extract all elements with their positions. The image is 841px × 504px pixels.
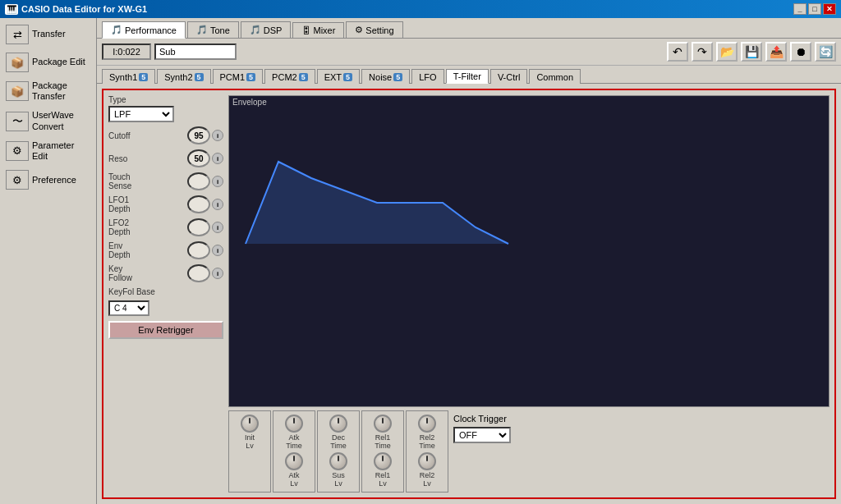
tab-synth1[interactable]: Synth1 5	[102, 69, 155, 84]
maximize-button[interactable]: □	[808, 3, 821, 15]
synth2-badge: 5	[195, 73, 204, 81]
rel2-lv-label: Rel2Lv	[420, 472, 435, 488]
package-transfer-icon: 📦	[6, 81, 29, 101]
env-depth-row: EnvDepth i	[108, 241, 223, 260]
rel2-time-knob[interactable]	[418, 415, 436, 433]
performance-tab-icon: 🎵	[111, 25, 122, 35]
reso-info-button[interactable]: i	[212, 153, 223, 164]
tab-noise[interactable]: Noise 5	[361, 69, 410, 84]
tab-performance[interactable]: 🎵 Performance	[102, 21, 186, 39]
sidebar-item-userwave-convert[interactable]: 〜 UserWave Convert	[2, 107, 94, 135]
tab-tfilter[interactable]: T-Filter	[446, 69, 489, 84]
keyfol-base-select[interactable]: C 4 C 3 C 5	[108, 300, 149, 316]
atk-lv-knob[interactable]	[285, 452, 303, 470]
cutoff-knob[interactable]: 95	[187, 126, 210, 144]
clock-trigger-label: Clock Trigger	[453, 414, 511, 424]
atk-time-knob[interactable]	[285, 415, 303, 433]
transfer-icon: ⇄	[6, 25, 29, 44]
lfo1-depth-row: LFO1Depth i	[108, 195, 223, 214]
title-bar: 🎹 CASIO Data Editor for XW-G1 _ □ ✕	[0, 0, 841, 18]
envelope-label: Envelope	[232, 98, 267, 107]
dsp-tab-icon: 🎵	[250, 25, 261, 35]
close-button[interactable]: ✕	[823, 3, 836, 15]
setting-tab-label: Setting	[365, 25, 393, 35]
reso-label: Reso	[108, 154, 127, 163]
tab-pcm2[interactable]: PCM2 5	[264, 69, 315, 84]
parameter-edit-icon: ⚙	[6, 141, 29, 161]
tab-setting[interactable]: ⚙ Setting	[346, 21, 402, 38]
sus-lv-knob[interactable]	[329, 452, 347, 470]
synth1-label: Synth1	[109, 72, 137, 82]
sidebar-item-transfer[interactable]: ⇄ Transfer	[2, 21, 94, 48]
lfo2-depth-label: LFO2Depth	[108, 218, 131, 236]
env-depth-knob[interactable]	[187, 241, 210, 259]
tab-vctrl[interactable]: V-Ctrl	[490, 69, 528, 84]
main-content: 🎵 Performance 🎵 Tone 🎵 DSP 🎛 Mixer ⚙ Set…	[97, 18, 841, 504]
tab-ext[interactable]: EXT 5	[317, 69, 360, 84]
synth2-label: Synth2	[164, 72, 192, 82]
env-depth-info-button[interactable]: i	[212, 245, 223, 256]
rel1-lv-knob[interactable]	[374, 452, 392, 470]
tab-synth2[interactable]: Synth2 5	[157, 69, 210, 84]
minimize-button[interactable]: _	[793, 3, 807, 15]
clock-trigger-select[interactable]: OFF ON	[453, 427, 511, 443]
refresh-button[interactable]: 🔄	[815, 42, 836, 62]
dec-time-knob[interactable]	[329, 415, 347, 433]
key-follow-info-button[interactable]: i	[212, 268, 223, 279]
rel1-group: Rel1Time Rel1Lv	[361, 410, 404, 493]
rel1-time-label: Rel1Time	[375, 434, 391, 451]
tab-tone[interactable]: 🎵 Tone	[187, 21, 239, 38]
lfo2-depth-row: LFO2Depth i	[108, 218, 223, 237]
noise-label: Noise	[369, 72, 392, 82]
lfo2-depth-info-button[interactable]: i	[212, 222, 223, 233]
lfo2-depth-knob[interactable]	[187, 218, 210, 236]
tone-tab-label: Tone	[210, 25, 230, 35]
right-panel: Envelope InitLv	[228, 95, 830, 493]
envelope-display: Envelope	[228, 95, 830, 407]
vctrl-label: V-Ctrl	[498, 72, 521, 82]
tab-mixer[interactable]: 🎛 Mixer	[292, 22, 344, 38]
touch-sense-knob[interactable]	[187, 172, 210, 190]
sidebar-label-package-edit: Package Edit	[32, 57, 85, 67]
window-controls: _ □ ✕	[793, 3, 836, 15]
touch-sense-info-button[interactable]: i	[212, 176, 223, 187]
envelope-svg	[229, 96, 829, 406]
tab-dsp[interactable]: 🎵 DSP	[241, 21, 292, 38]
preference-icon: ⚙	[6, 170, 29, 190]
cutoff-row: Cutoff 95 i	[108, 126, 223, 145]
env-retrigger-button[interactable]: Env Retrigger	[108, 321, 223, 339]
lfo-label: LFO	[419, 72, 436, 82]
open-button[interactable]: 📂	[716, 42, 738, 62]
performance-tab-label: Performance	[125, 25, 177, 35]
key-follow-knob[interactable]	[187, 264, 210, 282]
lfo1-depth-knob[interactable]	[187, 195, 210, 213]
rel2-lv-knob[interactable]	[418, 452, 436, 470]
rel1-time-knob[interactable]	[374, 415, 392, 433]
redo-button[interactable]: ↷	[692, 42, 713, 62]
reso-knob[interactable]: 50	[187, 149, 210, 167]
init-lv-knob[interactable]	[241, 415, 259, 433]
top-tab-bar: 🎵 Performance 🎵 Tone 🎵 DSP 🎛 Mixer ⚙ Set…	[97, 18, 841, 39]
sidebar-item-package-edit[interactable]: 📦 Package Edit	[2, 49, 94, 76]
init-lv-label: InitLv	[245, 434, 255, 451]
sidebar-label-userwave: UserWave Convert	[32, 110, 90, 131]
type-select[interactable]: LPF HPF BPF BEF	[108, 106, 174, 122]
import-button[interactable]: 📤	[765, 42, 787, 62]
atk-time-label: AtkTime	[286, 434, 302, 451]
cutoff-label: Cutoff	[108, 131, 131, 140]
save-button[interactable]: 💾	[741, 42, 762, 62]
sidebar-item-package-transfer[interactable]: 📦 Package Transfer	[2, 77, 94, 105]
keyfol-base-select-row: C 4 C 3 C 5	[108, 300, 223, 316]
tab-lfo[interactable]: LFO	[411, 69, 443, 84]
tab-common[interactable]: Common	[529, 69, 581, 84]
touch-sense-label: TouchSense	[108, 172, 131, 190]
lfo1-depth-info-button[interactable]: i	[212, 199, 223, 210]
undo-button[interactable]: ↶	[667, 42, 688, 62]
sidebar-item-preference[interactable]: ⚙ Preference	[2, 167, 94, 193]
name-input[interactable]	[154, 44, 237, 60]
toolbar: I:0:022 ↶ ↷ 📂 💾 📤 ⏺ 🔄	[97, 39, 841, 66]
tab-pcm1[interactable]: PCM1 5	[213, 69, 264, 84]
sidebar-item-parameter-edit[interactable]: ⚙ Parameter Edit	[2, 137, 94, 165]
record-button[interactable]: ⏺	[790, 42, 811, 62]
cutoff-info-button[interactable]: i	[212, 130, 223, 141]
